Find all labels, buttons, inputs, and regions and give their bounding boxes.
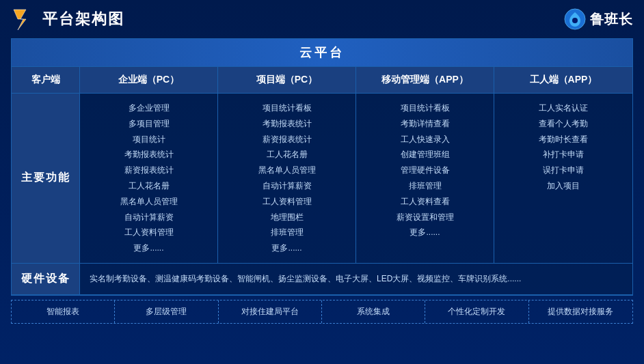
- svg-point-3: [572, 18, 578, 23]
- list-item: 工人快速录入: [364, 132, 485, 148]
- list-item: 工人花名册: [226, 147, 347, 163]
- list-item: 补打卡申请: [502, 147, 624, 163]
- feature-item: 多层级管理: [115, 300, 218, 323]
- list-item: 创建管理班组: [364, 147, 485, 163]
- col-header-mobile: 移动管理端（APP）: [356, 67, 494, 93]
- list-item: 工人花名册: [88, 178, 209, 194]
- brand-name: 鲁班长: [590, 10, 633, 29]
- header-left: 平台架构图: [11, 7, 124, 31]
- main-function-label: 主要功能: [12, 94, 80, 263]
- list-item: 加入项目: [502, 178, 624, 194]
- list-item: 黑名单人员管理: [88, 194, 209, 210]
- col-header-worker: 工人端（APP）: [494, 67, 632, 93]
- worker-cell: 工人实名认证查看个人考勤考勤时长查看补打卡申请误打卡申请加入项目: [494, 94, 632, 263]
- feature-item: 个性化定制开发: [425, 300, 528, 323]
- features-row: 智能报表多层级管理对接住建局平台系统集成个性化定制开发提供数据对接服务: [11, 300, 633, 324]
- list-item: 地理围栏: [226, 210, 347, 225]
- page-title: 平台架构图: [42, 9, 124, 29]
- col-header-project: 项目端（PC）: [218, 67, 356, 93]
- hardware-content: 实名制考勤设备、测温健康码考勤设备、智能闸机、扬尘监测设备、电子大屏、LED大屏…: [80, 264, 632, 294]
- list-item: 更多......: [364, 225, 485, 240]
- list-item: 项目统计看板: [226, 100, 347, 116]
- hardware-row: 硬件设备 实名制考勤设备、测温健康码考勤设备、智能闸机、扬尘监测设备、电子大屏、…: [12, 264, 632, 295]
- list-item: 考勤时长查看: [502, 132, 624, 148]
- hardware-label: 硬件设备: [12, 264, 80, 294]
- enterprise-cell: 多企业管理多项目管理项目统计考勤报表统计薪资报表统计工人花名册黑名单人员管理自动…: [80, 94, 218, 263]
- list-item: 排班管理: [364, 178, 485, 194]
- list-item: 自动计算薪资: [226, 178, 347, 194]
- list-item: 黑名单人员管理: [226, 163, 347, 178]
- feature-item: 智能报表: [12, 300, 115, 323]
- column-headers: 客户端 企业端（PC） 项目端（PC） 移动管理端（APP） 工人端（APP）: [12, 67, 632, 94]
- list-item: 工人资料查看: [364, 194, 485, 210]
- page-wrapper: 平台架构图 鲁班长 云平台 客户端 企业端（PC） 项目端（PC） 移动管理端（…: [0, 0, 644, 364]
- list-item: 管理硬件设备: [364, 163, 485, 178]
- list-item: 排班管理: [226, 225, 347, 240]
- col-header-enterprise: 企业端（PC）: [80, 67, 218, 93]
- cloud-platform-label: 云平台: [299, 46, 345, 59]
- list-item: 考勤报表统计: [226, 116, 347, 132]
- list-item: 多企业管理: [88, 100, 209, 116]
- list-item: 更多......: [226, 240, 347, 256]
- logo-icon: [11, 7, 36, 31]
- list-item: 考勤详情查看: [364, 116, 485, 132]
- list-item: 项目统计: [88, 132, 209, 148]
- list-item: 多项目管理: [88, 116, 209, 132]
- list-item: 工人实名认证: [502, 100, 624, 116]
- list-item: 查看个人考勤: [502, 116, 624, 132]
- list-item: 项目统计看板: [364, 100, 485, 116]
- brand-logo-icon: [564, 8, 586, 30]
- mobile-cell: 项目统计看板考勤详情查看工人快速录入创建管理班组管理硬件设备排班管理工人资料查看…: [356, 94, 494, 263]
- col-header-client: 客户端: [12, 67, 80, 93]
- list-item: 考勤报表统计: [88, 147, 209, 163]
- project-cell: 项目统计看板考勤报表统计薪资报表统计工人花名册黑名单人员管理自动计算薪资工人资料…: [218, 94, 356, 263]
- list-item: 工人资料管理: [226, 194, 347, 210]
- brand: 鲁班长: [564, 8, 633, 30]
- list-item: 自动计算薪资: [88, 210, 209, 225]
- list-item: 薪资设置和管理: [364, 210, 485, 225]
- list-item: 薪资报表统计: [226, 132, 347, 148]
- list-item: 薪资报表统计: [88, 163, 209, 178]
- feature-item: 对接住建局平台: [219, 300, 322, 323]
- cloud-platform-row: 云平台: [12, 39, 632, 67]
- list-item: 工人资料管理: [88, 225, 209, 240]
- list-item: 更多......: [88, 240, 209, 256]
- main-container: 云平台 客户端 企业端（PC） 项目端（PC） 移动管理端（APP） 工人端（A…: [11, 38, 633, 296]
- feature-item: 系统集成: [322, 300, 425, 323]
- list-item: 误打卡申请: [502, 163, 624, 178]
- content-row: 主要功能 多企业管理多项目管理项目统计考勤报表统计薪资报表统计工人花名册黑名单人…: [12, 94, 632, 264]
- header: 平台架构图 鲁班长: [11, 7, 633, 31]
- feature-item: 提供数据对接服务: [529, 300, 632, 323]
